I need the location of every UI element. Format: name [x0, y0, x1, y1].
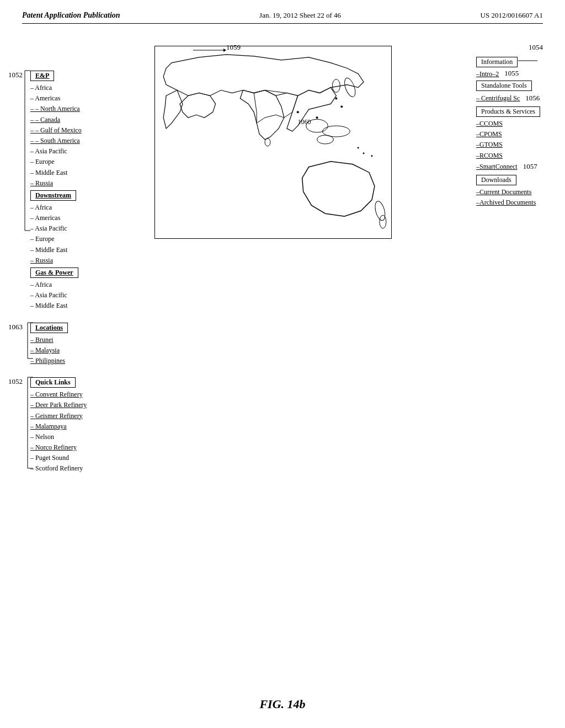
- centrifugul-item[interactable]: – Centrifugul Sc: [476, 93, 520, 104]
- ep-russia[interactable]: – Russia: [30, 178, 87, 189]
- products-items: –CCOMS –CPOMS –GTOMS –RCOMS –SmartConnec…: [476, 119, 540, 173]
- products-box[interactable]: Products & Services: [476, 106, 540, 117]
- quicklinks-section: 1052 Quick Links – Convent Refinery – De…: [30, 377, 87, 474]
- ep-europe: – Europe: [30, 157, 87, 167]
- svg-point-9: [316, 116, 318, 119]
- quicklinks-box[interactable]: Quick Links: [30, 377, 76, 388]
- loc-brunei[interactable]: – Brunei: [30, 335, 87, 345]
- gas-asia-pacific: – Asia Pacific: [30, 290, 87, 301]
- ep-africa: – Africa: [30, 83, 87, 93]
- svg-point-8: [380, 215, 386, 228]
- svg-text:1060: 1060: [298, 118, 311, 126]
- downloads-box[interactable]: Downloads: [476, 175, 516, 185]
- loc-malaysia[interactable]: – Malaysia: [30, 345, 87, 356]
- prod-cpoms[interactable]: –CPOMS: [476, 129, 540, 140]
- gas-middle-east: – Middle East: [30, 301, 87, 311]
- centrifugul-row: – Centrifugul Sc 1056: [476, 93, 540, 104]
- right-nav-panel: 1054 Information –Intro–2 1055 Standalon…: [476, 57, 540, 208]
- info-box[interactable]: Information: [476, 57, 518, 67]
- bracket-1052b: 1052: [8, 377, 23, 386]
- ep-asia-pacific: – Asia Pacific: [30, 146, 87, 157]
- downstream-items: – Africa – Americas – Asia Pacific – Eur…: [30, 202, 87, 266]
- dl-current[interactable]: –Current Documents: [476, 187, 540, 197]
- ql-convent[interactable]: – Convent Refinery: [30, 389, 87, 400]
- ep-south-america[interactable]: – – South America: [30, 136, 87, 146]
- quicklinks-items: – Convent Refinery – Deer Park Refinery …: [30, 389, 87, 474]
- svg-point-16: [358, 147, 359, 148]
- gas-power-box[interactable]: Gas & Power: [30, 267, 78, 278]
- ql-nelson: – Nelson: [30, 432, 87, 442]
- left-nav-panel: 1052 E&P – Africa – Americas – – North A…: [30, 71, 87, 474]
- prod-smartconnect[interactable]: –SmartConnect: [476, 162, 518, 172]
- loc-philippines[interactable]: – Philippines: [30, 356, 87, 366]
- ds-africa: – Africa: [30, 202, 87, 213]
- callout-1054-label: 1054: [529, 43, 543, 52]
- locations-items: – Brunei – Malaysia – Philippines: [30, 335, 87, 367]
- figure-label: FIG. 14b: [259, 697, 305, 711]
- svg-point-4: [317, 135, 334, 144]
- gas-items: – Africa – Asia Pacific – Middle East: [30, 280, 87, 312]
- smartconnect-row: –SmartConnect 1057: [476, 161, 540, 173]
- ql-geismer[interactable]: – Geismer Refinery: [30, 411, 87, 421]
- ql-scotford: – Scotford Refinery: [30, 463, 87, 474]
- callout-1056: 1056: [525, 93, 540, 104]
- ep-americas: – Americas: [30, 93, 87, 104]
- dl-archived[interactable]: –Archived Documents: [476, 197, 540, 208]
- page-container: Patent Application Publication Jan. 19, …: [0, 0, 565, 728]
- intro-item[interactable]: –Intro–2: [476, 69, 499, 79]
- ep-box[interactable]: E&P: [30, 71, 54, 81]
- ds-europe: – Europe: [30, 234, 87, 244]
- ds-middle-east: – Middle East: [30, 245, 87, 255]
- svg-point-13: [265, 138, 270, 146]
- gas-africa: – Africa: [30, 280, 87, 290]
- publication-label: Patent Application Publication: [22, 11, 120, 20]
- prod-gtoms[interactable]: –GTOMS: [476, 140, 540, 150]
- ql-deerpark[interactable]: – Deer Park Refinery: [30, 400, 87, 410]
- standalone-items: – Centrifugul Sc 1056: [476, 93, 540, 104]
- ds-americas: – Americas: [30, 213, 87, 223]
- ql-norco[interactable]: – Norco Refinery: [30, 442, 87, 453]
- header: Patent Application Publication Jan. 19, …: [22, 11, 543, 24]
- ep-middle-east: – Middle East: [30, 168, 87, 178]
- callout-1055: 1055: [504, 69, 519, 78]
- prod-rcoms[interactable]: –RCOMS: [476, 151, 540, 161]
- ep-north-america[interactable]: – – North America: [30, 104, 87, 114]
- intro-row: –Intro–2 1055: [476, 69, 540, 79]
- map-container: 1060: [154, 46, 392, 239]
- patent-number: US 2012/0016607 A1: [481, 11, 543, 20]
- ds-asia-pacific: – Asia Pacific: [30, 223, 87, 234]
- ep-canada[interactable]: – – Canada: [30, 115, 87, 125]
- svg-point-10: [297, 111, 299, 113]
- svg-point-15: [371, 155, 372, 157]
- ql-malampaya[interactable]: – Malampaya: [30, 421, 87, 432]
- sheet-info: Jan. 19, 2012 Sheet 22 of 46: [259, 11, 341, 20]
- svg-point-5: [343, 77, 358, 98]
- prod-ccoms[interactable]: –CCOMS: [476, 119, 540, 129]
- downloads-items: –Current Documents –Archived Documents: [476, 187, 540, 208]
- ep-items: – Africa – Americas – – North America – …: [30, 83, 87, 189]
- locations-box[interactable]: Locations: [30, 323, 68, 333]
- svg-point-12: [340, 105, 343, 108]
- downstream-box[interactable]: Downstream: [30, 190, 76, 201]
- bracket-1052a: 1052: [8, 71, 23, 79]
- ds-russia[interactable]: – Russia: [30, 255, 87, 266]
- callout-1057: 1057: [523, 161, 537, 173]
- ep-gulf-mexico[interactable]: – – Gulf of Mexico: [30, 125, 87, 136]
- locations-section: 1063 Locations – Brunei – Malaysia – Phi…: [30, 323, 87, 367]
- ql-puget: – Puget Sound: [30, 453, 87, 463]
- svg-point-11: [335, 97, 337, 99]
- bracket-1063: 1063: [8, 323, 23, 331]
- standalone-box[interactable]: Standalone Tools: [476, 81, 532, 91]
- svg-point-14: [363, 152, 365, 154]
